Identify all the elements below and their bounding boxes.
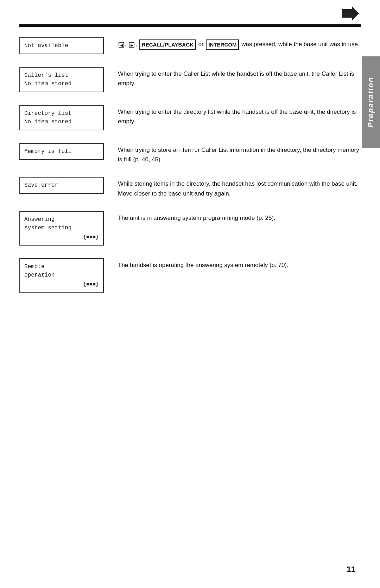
arrow-left-icon: ◄	[119, 42, 124, 48]
row-not-available: Not available ◄, ►, RECALL/PLAYBACK or I…	[19, 37, 361, 54]
description-memory-full: When trying to store an item or Caller L…	[118, 143, 361, 164]
display-text-line2: No item stored	[24, 119, 71, 125]
block-icons: {■■■}	[24, 234, 99, 242]
display-text: Not available	[24, 43, 68, 49]
description-directory-list: When trying to enter the directory list …	[118, 105, 361, 126]
display-remote-operation: Remote operation {■■■}	[19, 258, 104, 293]
display-save-error: Save error	[19, 177, 104, 194]
row-callers-list: Caller's list No item stored When trying…	[19, 67, 361, 92]
description-save-error: While storing items in the directory, th…	[118, 177, 361, 198]
display-text-line1: Remote	[24, 264, 45, 270]
main-content: Not available ◄, ►, RECALL/PLAYBACK or I…	[0, 27, 380, 327]
description-callers-list: When trying to enter the Caller List whi…	[118, 67, 361, 88]
arrow-right-icon: ►	[129, 42, 134, 48]
top-arrow-bar	[0, 0, 380, 24]
side-tab-label: Preparation	[366, 77, 375, 128]
row-remote-operation: Remote operation {■■■} The handset is op…	[19, 258, 361, 293]
block-icons: {■■■}	[24, 281, 99, 289]
display-text: Memory is full	[24, 148, 71, 155]
display-directory-list: Directory list No item stored	[19, 105, 104, 130]
display-answering-system: Answering system setting {■■■}	[19, 211, 104, 246]
page-number: 11	[347, 565, 355, 574]
recall-playback-button: RECALL/PLAYBACK	[139, 39, 196, 50]
section-divider	[19, 24, 361, 27]
display-text-line1: Directory list	[24, 110, 71, 117]
row-directory-list: Directory list No item stored When tryin…	[19, 105, 361, 130]
display-text-line2: operation	[24, 272, 55, 278]
row-answering-system: Answering system setting {■■■} The unit …	[19, 211, 361, 246]
display-text-line2: system setting	[24, 225, 71, 231]
next-page-arrow-icon	[342, 6, 359, 20]
row-memory-full: Memory is full When trying to store an i…	[19, 143, 361, 164]
preparation-tab: Preparation	[362, 56, 380, 148]
intercom-button: INTERCOM	[206, 39, 239, 50]
description-remote-operation: The handset is operating the answering s…	[118, 258, 361, 270]
row-save-error: Save error While storing items in the di…	[19, 177, 361, 198]
display-text-line1: Answering	[24, 216, 55, 223]
display-text: Save error	[24, 182, 58, 188]
display-callers-list: Caller's list No item stored	[19, 67, 104, 92]
page-container: Preparation Not available ◄, ►, RECALL/P…	[0, 0, 380, 588]
display-not-available: Not available	[19, 37, 104, 54]
description-not-available: ◄, ►, RECALL/PLAYBACK or INTERCOM was pr…	[118, 37, 361, 50]
display-text-line1: Caller's list	[24, 72, 68, 79]
description-answering-system: The unit is in answering system programm…	[118, 211, 361, 223]
display-memory-full: Memory is full	[19, 143, 104, 160]
display-text-line2: No item stored	[24, 81, 71, 87]
